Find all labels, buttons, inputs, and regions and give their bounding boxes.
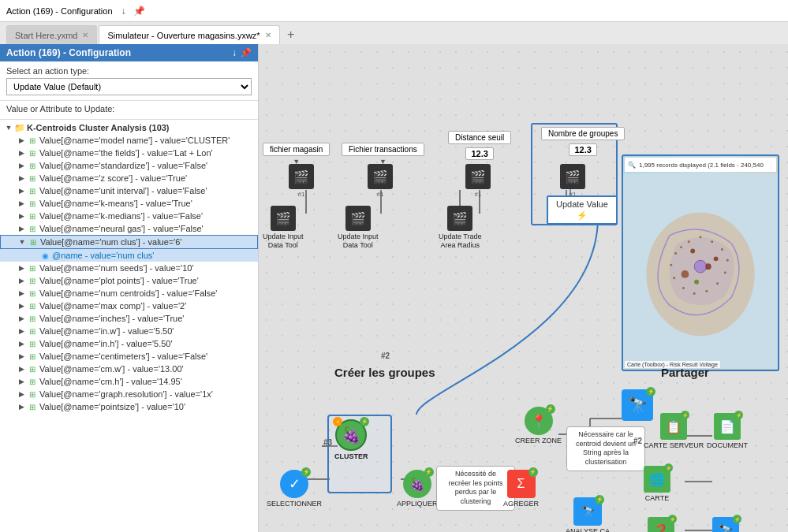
- fichier-magasin-node[interactable]: fichier magasin ▼: [263, 143, 330, 166]
- fichier-transactions-node[interactable]: Fichier transactions ▼: [342, 143, 424, 166]
- svg-point-28: [726, 259, 729, 262]
- tree-item-8[interactable]: ▶ ⊞ Value[@name='neural gas'] - value='F…: [0, 222, 258, 235]
- update-input-film-1[interactable]: 🎬: [271, 206, 296, 231]
- value-attr-label: Value or Attribute to Update:: [6, 104, 252, 113]
- tree-label-3: Value[@name='standardize'] - value='Fals…: [39, 161, 207, 170]
- film-icon-3[interactable]: 🎬: [465, 164, 491, 189]
- film-icon-4-node[interactable]: 🎬 #1: [560, 164, 585, 198]
- update-input-film-2[interactable]: 🎬: [345, 206, 371, 231]
- tree-item-7[interactable]: ▶ ⊞ Value[@name='k-medians'] - value='Fa…: [0, 210, 258, 222]
- film-icon-2-node[interactable]: 🎬 #1: [368, 164, 393, 198]
- tree-container[interactable]: ▼ 📁 K-Centroids Cluster Analysis (103) ▶…: [0, 120, 258, 532]
- collapse-icon[interactable]: ↓: [232, 47, 237, 58]
- tree-expand-root[interactable]: ▼: [3, 122, 14, 133]
- film-icon-4[interactable]: 🎬: [560, 164, 585, 189]
- tree-item-21[interactable]: ▶ ⊞ Value[@name='pointsize'] - value='10…: [0, 400, 258, 413]
- tree-item-14[interactable]: ▶ ⊞ Value[@name='inches'] - value='True': [0, 312, 258, 325]
- pin-header-icon[interactable]: 📌: [240, 47, 252, 58]
- expand-13[interactable]: ▶: [16, 300, 27, 311]
- tab-start-here[interactable]: Start Here.yxmd ✕: [6, 25, 97, 44]
- tree-item-3[interactable]: ▶ ⊞ Value[@name='standardize'] - value='…: [0, 159, 258, 172]
- expand-17[interactable]: ▶: [16, 351, 27, 362]
- add-tab-button[interactable]: +: [282, 25, 301, 44]
- film-icon-1-node[interactable]: 🎬 #1: [289, 164, 314, 198]
- map-thumbnail[interactable]: 🔍 1,995 records displayed (2.1 fields - …: [622, 154, 779, 371]
- svg-point-27: [721, 248, 723, 251]
- tab-close-start[interactable]: ✕: [82, 31, 88, 39]
- tree-item-5[interactable]: ▶ ⊞ Value[@name='unit interval'] - value…: [0, 184, 258, 197]
- arrow-down-icon[interactable]: ↓: [118, 5, 130, 17]
- tree-item-4[interactable]: ▶ ⊞ Value[@name='z score'] - value='True…: [0, 172, 258, 184]
- expand-7[interactable]: ▶: [16, 210, 27, 221]
- action-type-select[interactable]: Update Value (Default): [6, 78, 252, 95]
- tree-item-10[interactable]: ▶ ⊞ Value[@name='num seeds'] - value='10…: [0, 262, 258, 274]
- tab-simulateur[interactable]: Simulateur - Ouverture magasins.yxwz* ✕: [99, 25, 279, 44]
- cluster-node[interactable]: 🍇 ⚡ + CLUSTER: [334, 419, 368, 461]
- expand-14[interactable]: ▶: [16, 313, 27, 324]
- update-input-2-node[interactable]: 🎬 Update InputData Tool: [338, 206, 379, 250]
- distance-seuil-node[interactable]: Distance seuil 12.3: [448, 131, 511, 160]
- expand-8[interactable]: ▶: [16, 223, 27, 234]
- expand-15[interactable]: ▶: [16, 326, 27, 337]
- trouver-centre-node[interactable]: ❓ ⚡ TROUVERCENTRE: [644, 517, 678, 532]
- expand-20[interactable]: ▶: [16, 389, 27, 400]
- update-input-1-node[interactable]: 🎬 Update InputData Tool: [263, 206, 304, 250]
- expand-5[interactable]: ▶: [16, 185, 27, 196]
- carte-node[interactable]: 🌐 ⚡ CARTE: [644, 466, 670, 503]
- tree-item-6[interactable]: ▶ ⊞ Value[@name='k-means'] - value='True…: [0, 197, 258, 210]
- document-node[interactable]: 📄 ⚡ DOCUMENT: [707, 413, 748, 450]
- expand-18[interactable]: ▶: [16, 363, 27, 374]
- tree-item-16[interactable]: ▶ ⊞ Value[@name='in.h'] - value='5.50': [0, 337, 258, 350]
- expand-2[interactable]: ▶: [16, 147, 27, 158]
- tree-item-2[interactable]: ▶ ⊞ Value[@name='the fields'] - value='L…: [0, 147, 258, 159]
- tree-item-18[interactable]: ▶ ⊞ Value[@name='cm.w'] - value='13.00': [0, 363, 258, 375]
- lightning-icon: ⚡: [577, 210, 588, 220]
- carte-serveur-node[interactable]: 📋 ⚡ CARTE SERVEUR: [644, 413, 704, 450]
- tree-item-9-selected[interactable]: ▼ ⊞ Value[@name='num clus'] - value='6': [0, 235, 258, 249]
- film-icon-2[interactable]: 🎬: [368, 164, 393, 189]
- tree-item-20[interactable]: ▶ ⊞ Value[@name='graph.resolution'] - va…: [0, 388, 258, 400]
- tree-item-12[interactable]: ▶ ⊞ Value[@name='num centroids'] - value…: [0, 287, 258, 299]
- tree-item-1[interactable]: ▶ ⊞ Value[@name='model name'] - value='C…: [0, 134, 258, 147]
- expand-11[interactable]: ▶: [16, 275, 27, 286]
- expand-6[interactable]: ▶: [16, 198, 27, 209]
- tree-item-15[interactable]: ▶ ⊞ Value[@name='in.w'] - value='5.50': [0, 325, 258, 337]
- position-magasins-node[interactable]: 🔭 ⚡ POSITIONMAGASINS: [707, 517, 745, 532]
- plus-icon-3: ⊞: [27, 160, 38, 171]
- agreger-badge: ⚡: [528, 467, 538, 477]
- appliquer-node[interactable]: 🍇 ⚡ APPLIQUER: [397, 470, 438, 508]
- tree-item-11[interactable]: ▶ ⊞ Value[@name='plot points'] - value='…: [0, 274, 258, 287]
- plus-icon-1: ⊞: [27, 135, 38, 146]
- nombre-groupes-node[interactable]: Nombre de groupes 12.3: [541, 127, 625, 156]
- pin-icon[interactable]: 📌: [133, 5, 146, 17]
- expand-12[interactable]: ▶: [16, 288, 27, 299]
- svg-point-29: [724, 272, 726, 274]
- plus-icon-12: ⊞: [27, 288, 38, 299]
- tree-item-root[interactable]: ▼ 📁 K-Centroids Cluster Analysis (103): [0, 121, 258, 134]
- tree-item-17[interactable]: ▶ ⊞ Value[@name='centimeters'] - value='…: [0, 350, 258, 363]
- update-trade-node[interactable]: 🎬 Update TradeArea Radius: [439, 206, 482, 250]
- tree-item-9-child[interactable]: ◉ @name - value='num clus': [0, 249, 258, 262]
- agreger-node[interactable]: Σ ⚡ AGREGER: [503, 470, 539, 508]
- tab-close-simulateur[interactable]: ✕: [265, 31, 271, 39]
- creer-zone-node[interactable]: 📍 ⚡ CREER ZONE: [515, 407, 562, 445]
- selectionner-node[interactable]: ✓ ⚡ SELECTIONNER: [267, 470, 322, 508]
- expand-16[interactable]: ▶: [16, 338, 27, 349]
- expand-19[interactable]: ▶: [16, 376, 27, 387]
- film-icon-3-node[interactable]: 🎬 #1: [465, 164, 491, 198]
- film-icon-1[interactable]: 🎬: [289, 164, 314, 189]
- expand-4[interactable]: ▶: [16, 173, 27, 184]
- analyse-ca-node[interactable]: 🔭 ⚡ ANALYSE CAGROUPE1 ETGROUPE2: [565, 497, 611, 532]
- expand-9[interactable]: ▼: [17, 236, 28, 247]
- expand-3[interactable]: ▶: [16, 160, 27, 171]
- tree-item-13[interactable]: ▶ ⊞ Value[@name='max comp'] - value='2': [0, 299, 258, 312]
- expand-1[interactable]: ▶: [16, 135, 27, 146]
- document-icon-wrapper: 📄 ⚡: [714, 413, 741, 440]
- expand-10[interactable]: ▶: [16, 262, 27, 273]
- creer-zone-icon-wrapper: 📍 ⚡: [525, 407, 553, 435]
- tree-item-19[interactable]: ▶ ⊞ Value[@name='cm.h'] - value='14.95': [0, 375, 258, 388]
- update-trade-film[interactable]: 🎬: [447, 206, 472, 231]
- tree-label-6: Value[@name='k-means'] - value='True': [39, 199, 192, 208]
- cluster-label: CLUSTER: [334, 452, 368, 461]
- expand-21[interactable]: ▶: [16, 401, 27, 412]
